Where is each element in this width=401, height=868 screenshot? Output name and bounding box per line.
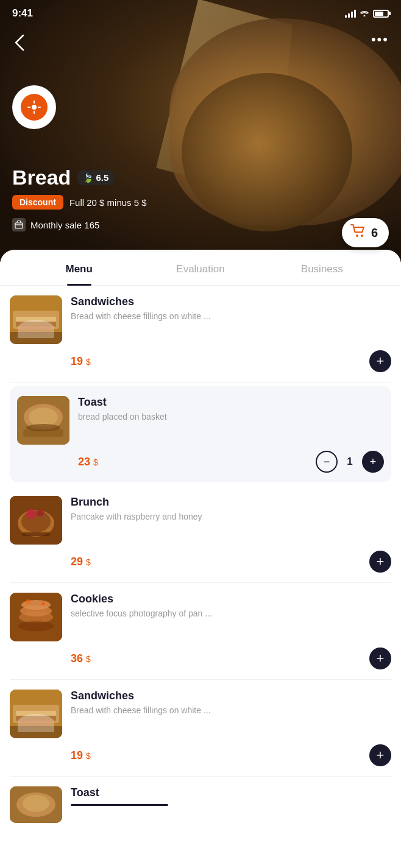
svg-rect-20 <box>22 532 50 536</box>
svg-rect-7 <box>16 322 56 326</box>
discount-tag: Discount <box>12 195 63 210</box>
svg-point-17 <box>21 510 51 532</box>
menu-item-cookies-1: Cookies selective focus photography of p… <box>10 583 391 680</box>
leaf-icon: 🍃 <box>83 173 93 183</box>
sale-box-icon <box>12 218 26 231</box>
signal-icon <box>345 9 356 18</box>
rating-badge: 🍃 6.5 <box>77 170 115 185</box>
monthly-sale-row: Monthly sale 165 <box>12 218 99 231</box>
status-time: 9:41 <box>12 7 33 19</box>
brunch-1-image <box>10 496 62 545</box>
cookies-1-name: Cookies <box>71 593 391 605</box>
svg-point-14 <box>26 424 60 431</box>
brunch-1-info: Brunch Pancake with raspberry and honey <box>71 496 391 523</box>
discount-text: Full 20 $ minus 5 $ <box>69 197 147 208</box>
svg-point-18 <box>26 509 36 519</box>
hero-title-row: Bread 🍃 6.5 <box>12 166 115 189</box>
toast-1-name: Toast <box>78 396 384 409</box>
toast-1-info: Toast bread placed on basket <box>78 396 384 423</box>
sandwiches-1-info: Sandwiches Bread with cheese fillings on… <box>71 295 391 323</box>
hero-section: 9:41 <box>0 0 401 262</box>
more-button[interactable]: ••• <box>371 32 389 48</box>
sandwiches-2-price: 19 $ <box>71 749 91 762</box>
toast-1-price: 23 $ <box>78 456 98 468</box>
svg-point-0 <box>32 105 37 110</box>
svg-point-26 <box>26 599 30 604</box>
toast-1-desc: bread placed on basket <box>78 411 384 423</box>
sandwiches-2-add-button[interactable]: + <box>369 744 391 766</box>
cookies-1-image <box>10 593 62 641</box>
tab-evaluation[interactable]: Evaluation <box>140 250 261 285</box>
svg-rect-6 <box>16 317 56 322</box>
restaurant-logo <box>12 85 56 129</box>
tab-menu[interactable]: Menu <box>18 250 140 285</box>
discount-row: Discount Full 20 $ minus 5 $ <box>12 195 147 210</box>
rating-value: 6.5 <box>96 172 108 183</box>
cookies-1-info: Cookies selective focus photography of p… <box>71 593 391 620</box>
brunch-1-price: 29 $ <box>71 556 91 568</box>
cookies-1-desc: selective focus photography of pan ... <box>71 608 391 620</box>
sandwiches-2-image <box>10 690 62 738</box>
partial-toast-name: Toast <box>71 786 168 799</box>
svg-point-27 <box>41 602 45 605</box>
partial-toast-image <box>10 786 62 823</box>
brunch-1-add-button[interactable]: + <box>369 551 391 573</box>
tab-business[interactable]: Business <box>261 250 383 285</box>
svg-point-2 <box>356 235 358 237</box>
cookies-1-price: 36 $ <box>71 652 91 665</box>
brunch-1-name: Brunch <box>71 496 391 509</box>
toast-1-plus-button[interactable]: + <box>362 451 384 473</box>
status-icons <box>345 9 389 18</box>
svg-rect-33 <box>10 726 62 738</box>
svg-point-3 <box>361 235 363 237</box>
cart-button[interactable]: 6 <box>342 218 389 247</box>
svg-point-8 <box>18 324 54 334</box>
sandwiches-2-info: Sandwiches Bread with cheese fillings on… <box>71 690 391 717</box>
sandwiches-2-name: Sandwiches <box>71 690 391 702</box>
svg-rect-31 <box>16 716 56 721</box>
svg-rect-9 <box>10 332 62 344</box>
svg-rect-30 <box>16 711 56 716</box>
partial-underline <box>71 804 168 806</box>
toast-1-image <box>17 396 69 445</box>
svg-point-32 <box>18 718 54 728</box>
sandwiches-1-image <box>10 295 62 344</box>
battery-icon <box>373 10 389 18</box>
menu-list: Sandwiches Bread with cheese fillings on… <box>0 286 401 777</box>
sandwiches-1-desc: Bread with cheese fillings on white ... <box>71 311 391 323</box>
status-bar: 9:41 <box>0 0 401 27</box>
cart-count: 6 <box>371 226 378 240</box>
menu-item-brunch-1: Brunch Pancake with raspberry and honey … <box>10 486 391 583</box>
cookies-1-add-button[interactable]: + <box>369 647 391 669</box>
svg-rect-1 <box>15 223 23 228</box>
svg-point-36 <box>23 795 49 812</box>
tabs-bar: Menu Evaluation Business <box>0 250 401 286</box>
toast-1-qty-control: − 1 + <box>316 451 384 473</box>
monthly-sale-text: Monthly sale 165 <box>30 220 99 230</box>
logo-icon <box>21 94 48 121</box>
sandwiches-2-desc: Bread with cheese fillings on white ... <box>71 705 391 717</box>
sandwiches-1-price: 19 $ <box>71 355 91 368</box>
menu-item-toast-1: Toast bread placed on basket 23 $ − 1 + <box>10 386 391 482</box>
menu-item-sandwiches-1: Sandwiches Bread with cheese fillings on… <box>10 286 391 383</box>
content-area: Menu Evaluation Business <box>0 250 401 835</box>
sandwiches-1-name: Sandwiches <box>71 295 391 308</box>
bread-visual-2 <box>182 73 352 231</box>
restaurant-title: Bread <box>12 166 71 189</box>
cart-icon <box>350 224 366 241</box>
partial-item-toast: Toast <box>0 777 401 823</box>
toast-1-minus-button[interactable]: − <box>316 451 338 473</box>
wifi-icon <box>360 9 369 18</box>
svg-point-19 <box>37 509 44 517</box>
menu-item-sandwiches-2: Sandwiches Bread with cheese fillings on… <box>10 680 391 777</box>
sandwiches-1-add-button[interactable]: + <box>369 350 391 372</box>
brunch-1-desc: Pancake with raspberry and honey <box>71 511 391 523</box>
svg-point-25 <box>18 621 54 631</box>
toast-1-qty: 1 <box>345 456 355 468</box>
back-button[interactable] <box>12 32 26 58</box>
